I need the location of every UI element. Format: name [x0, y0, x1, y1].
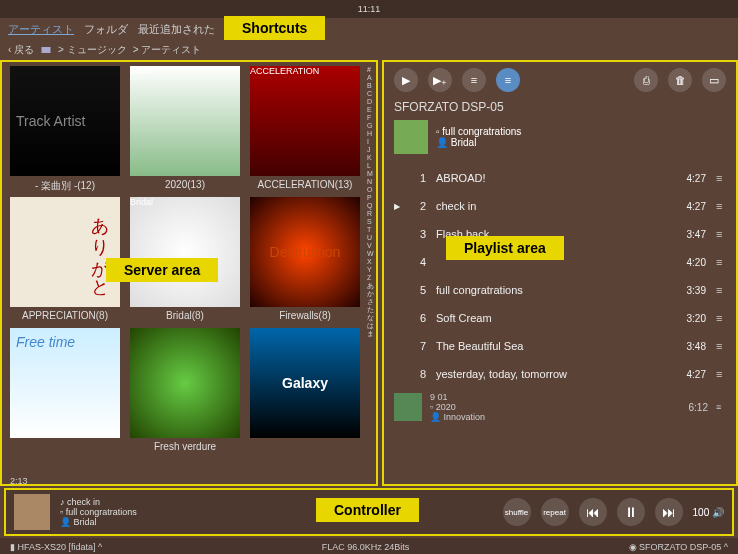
tab-bar: アーティスト フォルダ 最近追加された — [0, 18, 738, 40]
delete-button[interactable]: 🗑 — [668, 68, 692, 92]
track-menu-icon[interactable]: ≡ — [716, 340, 726, 352]
track-row[interactable]: 7The Beautiful Sea3:48≡ — [394, 332, 726, 360]
track-number: 4 — [414, 256, 426, 268]
controller-area: 2:13 ♪ check in ▫ full congratrations 👤 … — [4, 488, 734, 536]
album-item[interactable]: 20202020(13) — [130, 66, 240, 193]
bc-music[interactable]: > ミュージック — [58, 43, 127, 57]
breadcrumb: ‹ 戻る > ミュージック > アーティスト — [0, 40, 738, 60]
save-button[interactable]: ⎙ — [634, 68, 658, 92]
album-item[interactable]: Free time — [10, 328, 120, 455]
album-cover[interactable]: Galaxy — [250, 328, 360, 438]
track-menu-icon[interactable]: ≡ — [716, 228, 726, 240]
track-row[interactable]: 6Soft Cream3:20≡ — [394, 304, 726, 332]
track-menu-icon[interactable]: ≡ — [716, 200, 726, 212]
now-playing-artist: 👤 Bridal — [60, 517, 137, 527]
volume[interactable]: 100 🔊 — [693, 507, 724, 518]
album-item[interactable]: DestructionFirewalls(8) — [250, 197, 360, 324]
track-duration: 3:47 — [674, 229, 706, 240]
callout-playlist: Playlist area — [446, 236, 564, 260]
playlist-artist: 👤 Bridal — [436, 137, 521, 148]
album-cover[interactable]: ACCELERATION — [250, 66, 360, 176]
status-format: FLAC 96.0KHz 24Bits — [322, 542, 410, 552]
album-cover[interactable] — [130, 328, 240, 438]
server-area: Track Artist- 楽曲別 -(12)20202020(13)ACCEL… — [0, 60, 378, 486]
now-playing-album: ▫ full congratrations — [60, 507, 137, 517]
track-duration: 3:20 — [674, 313, 706, 324]
status-server[interactable]: ▮ HFAS-XS20 [fidata] ^ — [10, 542, 102, 552]
album-title: APPRECIATION(8) — [10, 310, 120, 324]
track-menu-icon[interactable]: ≡ — [716, 368, 726, 380]
next-button[interactable]: ⏭ — [655, 498, 683, 526]
playlist-area: ▶ ▶₊ ≡ ≡ ⎙ 🗑 ▭ SFORZATO DSP-05 ▫ full co… — [382, 60, 738, 486]
elapsed-time: 2:13 — [10, 476, 28, 486]
album-item[interactable]: ACCELERATIONACCELERATION(13) — [250, 66, 360, 193]
album-item[interactable]: Fresh verdure — [130, 328, 240, 455]
playlist-device: SFORZATO DSP-05 — [394, 100, 726, 114]
track-duration: 4:27 — [674, 173, 706, 184]
album-item[interactable]: Galaxy — [250, 328, 360, 455]
list-button[interactable]: ≡ — [496, 68, 520, 92]
album-title: Bridal(8) — [130, 310, 240, 324]
status-renderer[interactable]: ◉ SFORZATO DSP-05 ^ — [629, 542, 728, 552]
album-title — [250, 441, 360, 455]
album-cover[interactable]: ありがと — [10, 197, 120, 307]
track-row[interactable]: 1ABROAD!4:27≡ — [394, 164, 726, 192]
track-row[interactable]: 5full congratrations3:39≡ — [394, 276, 726, 304]
extra-cover — [394, 393, 422, 421]
track-row[interactable]: ▶2check in4:27≡ — [394, 192, 726, 220]
track-menu-icon[interactable]: ≡ — [716, 402, 726, 412]
track-name: ABROAD! — [436, 172, 664, 184]
track-menu-icon[interactable]: ≡ — [716, 284, 726, 296]
track-number: 6 — [414, 312, 426, 324]
pause-button[interactable]: ⏸ — [617, 498, 645, 526]
album-cover[interactable]: Track Artist — [10, 66, 120, 176]
callout-controller: Controller — [316, 498, 419, 522]
now-playing-cover[interactable] — [14, 494, 50, 530]
bc-artist[interactable]: > アーティスト — [133, 43, 202, 57]
track-menu-icon[interactable]: ≡ — [716, 172, 726, 184]
track-number: 7 — [414, 340, 426, 352]
track-number: 2 — [414, 200, 426, 212]
back-button[interactable]: ‹ 戻る — [8, 43, 34, 57]
book-button[interactable]: ▭ — [702, 68, 726, 92]
alpha-index[interactable]: #ABCDEFGHIJKLMNOPQRSTUVWXYZあかさたなはま — [367, 66, 374, 338]
queue-button[interactable]: ≡ — [462, 68, 486, 92]
playlist-extra-track[interactable]: 9 01 ▫ 2020 👤 Innovation 6:12 ≡ — [394, 388, 726, 426]
ios-status-bar: 11:11 — [0, 0, 738, 18]
repeat-button[interactable]: repeat — [541, 498, 569, 526]
album-cover[interactable]: Bridal — [130, 197, 240, 307]
play-next-button[interactable]: ▶₊ — [428, 68, 452, 92]
album-item[interactable]: ありがとAPPRECIATION(8) — [10, 197, 120, 324]
track-duration: 4:27 — [674, 369, 706, 380]
track-duration: 4:20 — [674, 257, 706, 268]
album-item[interactable]: Track Artist- 楽曲別 -(12) — [10, 66, 120, 193]
shuffle-button[interactable]: shuffle — [503, 498, 531, 526]
album-cover[interactable]: 2020 — [130, 66, 240, 176]
track-number: 1 — [414, 172, 426, 184]
album-cover[interactable]: Destruction — [250, 197, 360, 307]
prev-button[interactable]: ⏮ — [579, 498, 607, 526]
playlist-cover[interactable] — [394, 120, 428, 154]
track-name: full congratrations — [436, 284, 664, 296]
tab-recent[interactable]: 最近追加された — [138, 22, 215, 37]
status-bar: ▮ HFAS-XS20 [fidata] ^ FLAC 96.0KHz 24Bi… — [0, 538, 738, 554]
album-title: - 楽曲別 -(12) — [10, 179, 120, 193]
album-title — [10, 441, 120, 455]
album-title: 2020(13) — [130, 179, 240, 193]
album-title: ACCELERATION(13) — [250, 179, 360, 193]
track-name: The Beautiful Sea — [436, 340, 664, 352]
album-cover[interactable]: Free time — [10, 328, 120, 438]
track-menu-icon[interactable]: ≡ — [716, 256, 726, 268]
tab-folder[interactable]: フォルダ — [84, 22, 128, 37]
track-number: 3 — [414, 228, 426, 240]
track-menu-icon[interactable]: ≡ — [716, 312, 726, 324]
callout-shortcuts: Shortcuts — [224, 16, 325, 40]
tab-artist[interactable]: アーティスト — [8, 22, 74, 37]
playlist-album: ▫ full congratrations — [436, 126, 521, 137]
now-playing-track: ♪ check in — [60, 497, 137, 507]
track-row[interactable]: 8yesterday, today, tomorrow4:27≡ — [394, 360, 726, 388]
play-now-button[interactable]: ▶ — [394, 68, 418, 92]
track-duration: 3:39 — [674, 285, 706, 296]
album-title: Firewalls(8) — [250, 310, 360, 324]
track-duration: 3:48 — [674, 341, 706, 352]
